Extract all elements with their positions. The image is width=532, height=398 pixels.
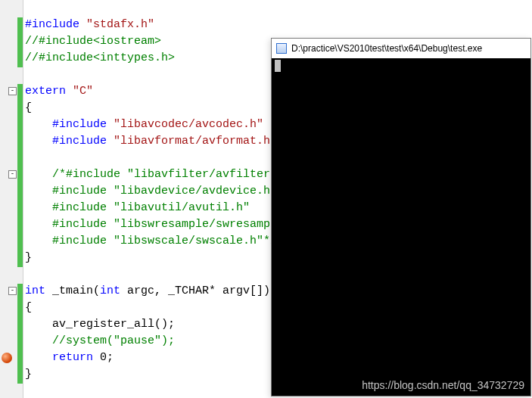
app-icon [276,43,287,54]
code-line[interactable]: extern "C" [25,83,304,100]
code-token: { [25,301,32,314]
code-line[interactable]: av_register_all(); [25,316,304,333]
code-line[interactable]: #include "libswresample/swresample.h" [25,216,304,233]
code-line[interactable]: } [25,366,304,383]
code-line[interactable] [25,0,304,17]
code-line[interactable]: /*#include "libavfilter/avfilter.h" [25,166,304,183]
code-token: #include [52,118,114,131]
code-token: { [25,101,32,114]
code-token: /*#include "libavfilter/avfilter.h" [52,168,291,181]
code-token [25,168,52,181]
code-token: "libavcodec/avcodec.h" [114,118,263,131]
code-token: } [25,368,32,381]
code-line[interactable]: #include "libavformat/avformat.h" [25,133,304,150]
code-token: //#include<iostream> [25,35,161,48]
code-token: #include "libswscale/swscale.h"*/ [52,235,277,247]
code-line[interactable] [25,266,304,283]
code-token [25,235,52,247]
code-line[interactable]: } [25,250,304,266]
console-title: D:\practice\VS2010test\test\x64\Debug\te… [291,43,482,54]
code-line[interactable]: #include "libavdevice/avdevice.h" [25,183,304,200]
code-token: //system("pause"); [52,334,175,347]
code-token: #include "libswresample/swresample.h" [52,218,304,231]
fold-toggle[interactable]: - [8,287,17,295]
code-token: } [25,251,32,264]
fold-toggle[interactable]: - [8,87,17,95]
console-window[interactable]: D:\practice\VS2010test\test\x64\Debug\te… [271,38,531,396]
code-line[interactable]: { [25,300,304,316]
code-token: argc, _TCHAR* argv[]) [120,285,270,297]
fold-toggle[interactable]: - [8,170,17,179]
code-token: extern [25,85,66,98]
change-mark [17,17,23,67]
code-token: 0; [93,351,114,364]
code-line[interactable]: //#include<iostream> [25,33,304,50]
code-line[interactable] [25,150,304,166]
change-mark [17,84,23,267]
code-token: #include "libavdevice/avdevice.h" [52,185,277,197]
code-line[interactable]: #include "libavcodec/avcodec.h" [25,117,304,133]
code-line[interactable]: #include "libswscale/swscale.h"*/ [25,233,304,250]
console-body[interactable]: https://blog.csdn.net/qq_34732729 [272,58,530,396]
code-token [25,351,52,364]
code-token: #include "libavutil/avutil.h" [52,201,250,214]
console-cursor [275,60,281,72]
code-line[interactable]: //system("pause"); [25,333,304,350]
code-line[interactable]: //#include<inttypes.h> [25,50,304,67]
code-token: int [25,285,45,297]
code-line[interactable]: return 0; [25,350,304,366]
code-line[interactable]: #include "libavutil/avutil.h" [25,200,304,216]
code-token: #include [52,135,114,148]
code-token [25,334,52,347]
console-titlebar[interactable]: D:\practice\VS2010test\test\x64\Debug\te… [272,39,530,58]
code-token: av_register_all(); [25,318,175,331]
code-token [25,218,52,231]
code-area[interactable]: #include "stdafx.h"//#include<iostream>/… [23,0,304,383]
code-token: return [52,351,93,364]
code-token [25,201,52,214]
code-line[interactable] [25,67,304,83]
code-token: "libavformat/avformat.h" [114,135,277,148]
change-mark [17,284,23,317]
code-token: "stdafx.h" [86,18,154,31]
code-token [66,85,73,98]
code-token: _tmain( [45,285,100,297]
code-token [25,118,52,131]
code-token [25,135,52,148]
code-token: int [100,285,120,297]
code-token: "C" [73,85,93,98]
code-line[interactable]: int _tmain(int argc, _TCHAR* argv[]) [25,283,304,300]
code-line[interactable]: #include "stdafx.h" [25,17,304,33]
change-mark [17,317,23,384]
code-token [25,185,52,197]
code-token: #include [25,18,86,31]
code-token: //#include<inttypes.h> [25,51,175,64]
breakpoint-icon[interactable] [2,353,12,363]
watermark-text: https://blog.csdn.net/qq_34732729 [362,379,524,391]
code-line[interactable]: { [25,100,304,117]
